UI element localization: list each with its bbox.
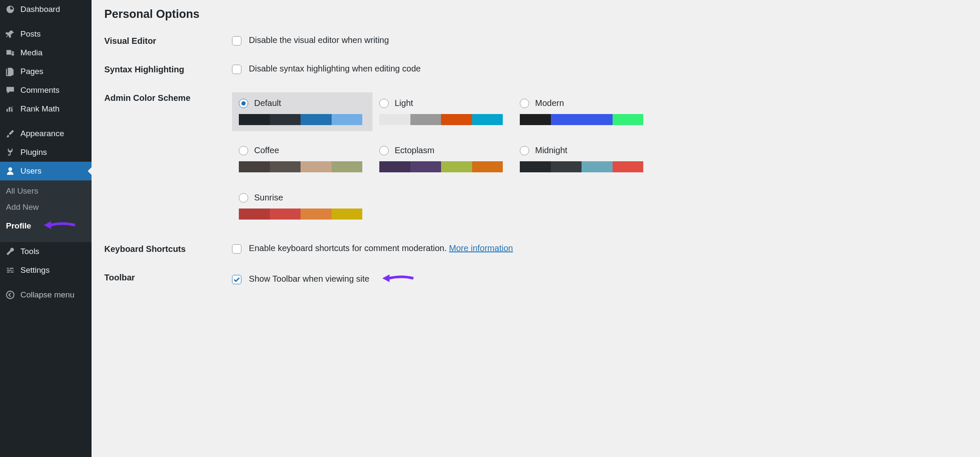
color-scheme-option[interactable]: Ectoplasm bbox=[373, 140, 513, 178]
collapse-menu[interactable]: Collapse menu bbox=[0, 286, 92, 304]
annotation-arrow-icon bbox=[42, 219, 76, 234]
sidebar-item-pages[interactable]: Pages bbox=[0, 62, 92, 81]
color-scheme-name: Coffee bbox=[254, 146, 279, 155]
sidebar-item-label: Pages bbox=[20, 67, 43, 76]
sidebar-item-label: Plugins bbox=[20, 148, 47, 157]
color-swatches bbox=[520, 114, 643, 125]
profile-content: Personal Options Visual Editor Disable t… bbox=[92, 0, 980, 457]
svg-point-0 bbox=[6, 291, 14, 299]
pin-icon bbox=[5, 29, 15, 39]
color-scheme-name: Light bbox=[395, 98, 413, 108]
row-color-scheme: Admin Color Scheme DefaultLightModernCof… bbox=[104, 92, 967, 226]
color-scheme-grid: DefaultLightModernCoffeeEctoplasmMidnigh… bbox=[232, 92, 967, 226]
color-scheme-option[interactable]: Default bbox=[232, 92, 373, 131]
sidebar-item-label: Dashboard bbox=[20, 5, 60, 14]
text-syntax: Disable syntax highlighting when editing… bbox=[249, 64, 421, 73]
collapse-menu-label: Collapse menu bbox=[20, 290, 75, 300]
row-toolbar: Toolbar Show Toolbar when viewing site bbox=[104, 272, 967, 287]
sidebar-item-label: Posts bbox=[20, 29, 41, 39]
sidebar-item-posts[interactable]: Posts bbox=[0, 25, 92, 43]
sidebar-item-label: Rank Math bbox=[20, 104, 60, 114]
link-keyboard-more[interactable]: More information bbox=[449, 243, 513, 253]
row-syntax: Syntax Highlighting Disable syntax highl… bbox=[104, 64, 967, 74]
pages-icon bbox=[5, 66, 15, 77]
radio-color-scheme[interactable] bbox=[239, 99, 248, 108]
sidebar-item-appearance[interactable]: Appearance bbox=[0, 124, 92, 143]
color-scheme-name: Sunrise bbox=[254, 193, 283, 203]
plug-icon bbox=[5, 147, 15, 157]
chart-icon bbox=[5, 104, 15, 114]
label-toolbar: Toolbar bbox=[104, 272, 232, 283]
radio-color-scheme[interactable] bbox=[379, 146, 389, 155]
color-scheme-option[interactable]: Light bbox=[373, 92, 513, 131]
sidebar-item-media[interactable]: Media bbox=[0, 43, 92, 62]
radio-color-scheme[interactable] bbox=[379, 99, 389, 108]
color-swatches bbox=[239, 209, 362, 220]
sidebar-item-plugins[interactable]: Plugins bbox=[0, 143, 92, 162]
row-visual-editor: Visual Editor Disable the visual editor … bbox=[104, 35, 967, 46]
label-color-scheme: Admin Color Scheme bbox=[104, 92, 232, 103]
radio-color-scheme[interactable] bbox=[520, 146, 529, 155]
checkbox-toolbar[interactable] bbox=[232, 275, 241, 284]
sidebar-item-users[interactable]: Users bbox=[0, 162, 92, 180]
text-visual-editor: Disable the visual editor when writing bbox=[249, 35, 389, 45]
sidebar-item-label: Settings bbox=[20, 266, 50, 275]
media-icon bbox=[5, 48, 15, 58]
row-keyboard: Keyboard Shortcuts Enable keyboard short… bbox=[104, 243, 967, 254]
sidebar-item-tools[interactable]: Tools bbox=[0, 242, 92, 261]
text-keyboard: Enable keyboard shortcuts for comment mo… bbox=[249, 243, 447, 253]
checkbox-keyboard[interactable] bbox=[232, 244, 241, 254]
color-scheme-option[interactable]: Midnight bbox=[513, 140, 653, 178]
color-swatches bbox=[239, 161, 362, 172]
text-toolbar: Show Toolbar when viewing site bbox=[249, 274, 370, 283]
sidebar-item-label: Users bbox=[20, 166, 42, 176]
sliders-icon bbox=[5, 265, 15, 275]
checkbox-visual-editor[interactable] bbox=[232, 36, 241, 46]
sidebar-item-label: Tools bbox=[20, 247, 39, 256]
admin-sidebar: Dashboard Posts Media Pages Comments Ran… bbox=[0, 0, 92, 457]
wrench-icon bbox=[5, 246, 15, 257]
color-scheme-option[interactable]: Sunrise bbox=[232, 187, 373, 226]
radio-color-scheme[interactable] bbox=[239, 193, 248, 203]
color-scheme-name: Default bbox=[254, 98, 281, 108]
radio-color-scheme[interactable] bbox=[239, 146, 248, 155]
sidebar-item-label: Comments bbox=[20, 86, 60, 95]
submenu-all-users[interactable]: All Users bbox=[0, 183, 92, 199]
sidebar-item-label: Appearance bbox=[20, 129, 64, 138]
sidebar-item-label: Media bbox=[20, 48, 43, 57]
color-scheme-name: Midnight bbox=[535, 146, 567, 155]
submenu-profile-label: Profile bbox=[6, 221, 31, 230]
comment-icon bbox=[5, 85, 15, 95]
color-scheme-name: Ectoplasm bbox=[395, 146, 434, 155]
sidebar-item-settings[interactable]: Settings bbox=[0, 261, 92, 280]
sidebar-item-comments[interactable]: Comments bbox=[0, 81, 92, 100]
radio-color-scheme[interactable] bbox=[520, 99, 529, 108]
sidebar-submenu-users: All Users Add New Profile bbox=[0, 180, 92, 242]
sidebar-item-dashboard[interactable]: Dashboard bbox=[0, 0, 92, 19]
color-swatches bbox=[520, 161, 643, 172]
submenu-add-new[interactable]: Add New bbox=[0, 199, 92, 215]
color-scheme-option[interactable]: Coffee bbox=[232, 140, 373, 178]
label-keyboard: Keyboard Shortcuts bbox=[104, 243, 232, 254]
collapse-icon bbox=[5, 290, 15, 300]
user-icon bbox=[5, 166, 15, 176]
color-scheme-name: Modern bbox=[535, 98, 564, 108]
brush-icon bbox=[5, 129, 15, 139]
color-swatches bbox=[379, 114, 503, 125]
checkbox-syntax[interactable] bbox=[232, 65, 241, 74]
sidebar-item-rankmath[interactable]: Rank Math bbox=[0, 100, 92, 118]
annotation-arrow-icon bbox=[380, 272, 414, 287]
color-scheme-option[interactable]: Modern bbox=[513, 92, 653, 131]
section-title: Personal Options bbox=[104, 8, 967, 21]
submenu-profile[interactable]: Profile bbox=[0, 215, 92, 237]
label-visual-editor: Visual Editor bbox=[104, 35, 232, 46]
dashboard-icon bbox=[5, 4, 15, 14]
label-syntax: Syntax Highlighting bbox=[104, 64, 232, 74]
color-swatches bbox=[379, 161, 503, 172]
color-swatches bbox=[239, 114, 362, 125]
